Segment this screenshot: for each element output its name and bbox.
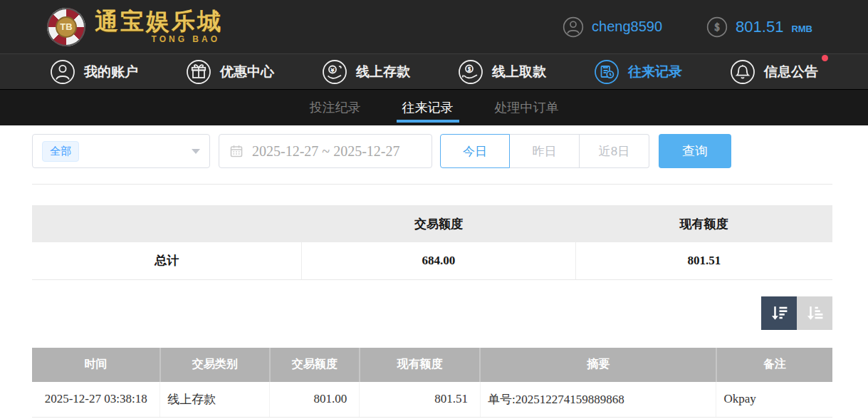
record-type: 线上存款 bbox=[160, 382, 270, 418]
records-header-type: 交易类别 bbox=[160, 348, 270, 382]
quick-range-group: 今日 昨日 近8日 bbox=[440, 134, 649, 168]
sort-ascending-button[interactable] bbox=[797, 296, 832, 330]
nav-item-my-account[interactable]: 我的账户 bbox=[50, 59, 138, 85]
summary-total-label: 总计 bbox=[32, 242, 302, 279]
record-tabs: 投注纪录 往来记录 处理中订单 bbox=[0, 89, 868, 125]
summary-balance-total: 801.51 bbox=[575, 242, 832, 279]
records-header-note: 备注 bbox=[716, 348, 832, 382]
nav-item-transaction-records[interactable]: 往来记录 bbox=[594, 59, 682, 85]
record-time: 2025-12-27 03:38:18 bbox=[32, 382, 160, 418]
coin-dollar-icon: $ bbox=[706, 16, 728, 38]
record-amount: 801.00 bbox=[270, 382, 360, 418]
chevron-down-icon bbox=[192, 149, 200, 154]
top-header: TB 通宝娱乐城 TONG BAO cheng8590 $ 801 bbox=[0, 0, 868, 53]
nav-item-deposit[interactable]: ¥ 线上存款 bbox=[322, 59, 410, 85]
records-table: 时间 交易类别 交易额度 现有额度 摘要 备注 2025-12-27 03:38… bbox=[32, 348, 832, 418]
records-icon bbox=[594, 59, 619, 85]
brand-logo[interactable]: TB 通宝娱乐城 TONG BAO bbox=[47, 8, 223, 46]
record-balance: 801.51 bbox=[360, 382, 481, 418]
records-header-amount: 交易额度 bbox=[270, 348, 360, 382]
brand-title: 通宝娱乐城 bbox=[95, 9, 223, 34]
deposit-icon: ¥ bbox=[322, 59, 347, 85]
summary-header-row: 交易额度 现有额度 bbox=[32, 205, 832, 242]
search-button[interactable]: 查询 bbox=[659, 134, 731, 168]
nav-label: 线上取款 bbox=[492, 63, 546, 81]
account-icon bbox=[50, 59, 75, 85]
record-summary: 单号:202512274159889868 bbox=[480, 382, 716, 418]
nav-label: 我的账户 bbox=[84, 63, 138, 81]
summary-header-empty bbox=[32, 205, 302, 242]
records-header-row: 时间 交易类别 交易额度 现有额度 摘要 备注 bbox=[32, 348, 832, 382]
withdraw-icon: $ bbox=[458, 59, 483, 85]
brand-subtitle: TONG BAO bbox=[152, 34, 220, 44]
bell-icon bbox=[730, 59, 755, 85]
username: cheng8590 bbox=[592, 19, 662, 35]
type-select[interactable]: 全部 bbox=[32, 134, 210, 168]
tab-pending-orders[interactable]: 处理中订单 bbox=[491, 90, 563, 125]
calendar-icon bbox=[230, 145, 243, 157]
nav-label: 往来记录 bbox=[628, 63, 682, 81]
nav-item-promotions[interactable]: 优惠中心 bbox=[186, 59, 274, 85]
range-today-button[interactable]: 今日 bbox=[440, 134, 510, 168]
main-nav: 我的账户 优惠中心 ¥ 线上存款 bbox=[0, 53, 868, 89]
poker-chip-icon: TB bbox=[47, 8, 85, 46]
record-note: Okpay bbox=[716, 382, 832, 418]
svg-text:$: $ bbox=[468, 66, 471, 72]
table-row: 2025-12-27 03:38:18 线上存款 801.00 801.51 单… bbox=[32, 382, 832, 418]
notification-dot bbox=[822, 55, 828, 61]
user-account[interactable]: cheng8590 bbox=[563, 16, 662, 38]
summary-total-row: 总计 684.00 801.51 bbox=[32, 242, 832, 279]
summary-header-current-balance: 现有额度 bbox=[575, 205, 832, 242]
balance-currency: RMB bbox=[791, 24, 812, 34]
section-divider bbox=[32, 184, 832, 185]
range-last8days-button[interactable]: 近8日 bbox=[580, 134, 649, 168]
header-right: cheng8590 $ 801.51 RMB bbox=[563, 16, 812, 38]
summary-header-transaction-amount: 交易额度 bbox=[302, 205, 575, 242]
balance-amount: 801.51 bbox=[736, 18, 783, 36]
summary-transaction-total: 684.00 bbox=[302, 242, 575, 279]
user-avatar-icon bbox=[563, 16, 584, 38]
gift-icon bbox=[186, 59, 211, 85]
sort-descending-button[interactable] bbox=[761, 296, 797, 330]
summary-table: 交易额度 现有额度 总计 684.00 801.51 bbox=[32, 205, 832, 280]
selected-type-tag[interactable]: 全部 bbox=[42, 141, 79, 162]
svg-text:$: $ bbox=[715, 21, 720, 33]
sort-controls bbox=[32, 296, 832, 330]
date-range-value: 2025-12-27 ~ 2025-12-27 bbox=[252, 143, 399, 160]
records-header-summary: 摘要 bbox=[480, 348, 716, 382]
chip-label: TB bbox=[56, 16, 77, 38]
nav-label: 线上存款 bbox=[356, 63, 410, 81]
tab-transaction-records[interactable]: 往来记录 bbox=[398, 90, 458, 125]
sort-ascending-icon bbox=[805, 304, 825, 323]
balance-display[interactable]: $ 801.51 RMB bbox=[706, 16, 812, 38]
content-area: 全部 2025-12-27 ~ 2025-12-27 今日 昨日 近8日 查询 bbox=[0, 125, 868, 418]
nav-label: 信息公告 bbox=[764, 63, 818, 81]
sort-descending-icon bbox=[770, 304, 789, 323]
nav-item-withdraw[interactable]: $ 线上取款 bbox=[458, 59, 546, 85]
tab-betting-records[interactable]: 投注纪录 bbox=[305, 90, 365, 125]
records-header-balance: 现有额度 bbox=[360, 348, 481, 382]
records-header-time: 时间 bbox=[32, 348, 160, 382]
svg-text:¥: ¥ bbox=[330, 66, 335, 73]
filter-row: 全部 2025-12-27 ~ 2025-12-27 今日 昨日 近8日 查询 bbox=[32, 134, 832, 168]
nav-label: 优惠中心 bbox=[220, 63, 274, 81]
range-yesterday-button[interactable]: 昨日 bbox=[510, 134, 580, 168]
date-range-input[interactable]: 2025-12-27 ~ 2025-12-27 bbox=[219, 134, 432, 168]
brand-text: 通宝娱乐城 TONG BAO bbox=[95, 9, 223, 44]
nav-item-announcements[interactable]: 信息公告 bbox=[730, 59, 818, 85]
